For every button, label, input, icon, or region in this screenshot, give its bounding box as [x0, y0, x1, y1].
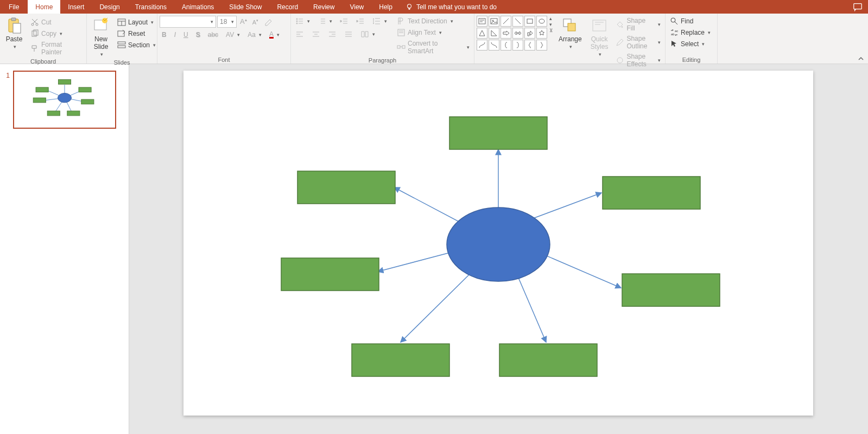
section-button[interactable]: Section▾	[115, 40, 158, 51]
underline-button[interactable]: U	[181, 30, 191, 40]
shape-rtriangle[interactable]	[489, 28, 499, 39]
layout-button[interactable]: Layout▾	[115, 17, 158, 28]
search-icon	[670, 17, 679, 26]
svg-rect-44	[33, 98, 46, 103]
shape-connector1[interactable]	[477, 40, 487, 51]
collapse-ribbon-icon[interactable]	[857, 55, 865, 62]
align-text-button[interactable]: Align Text▾	[395, 27, 472, 38]
shape-arrow-lr[interactable]	[512, 28, 523, 39]
slide-thumbnail-1[interactable]	[13, 71, 116, 129]
tab-record[interactable]: Record	[269, 0, 306, 14]
quick-styles-button[interactable]: Quick Styles ▾	[587, 16, 612, 58]
italic-button[interactable]: I	[172, 30, 178, 40]
font-name-combo[interactable]: ▾	[160, 16, 216, 28]
box-upper-right[interactable]	[603, 177, 700, 209]
line-spacing-button[interactable]: ▾	[370, 16, 389, 27]
shape-textbox[interactable]	[477, 16, 487, 27]
shape-connector2[interactable]	[489, 40, 499, 51]
shapes-gallery[interactable]	[477, 16, 547, 51]
shape-triangle[interactable]	[477, 28, 487, 39]
tab-view[interactable]: View	[342, 0, 371, 14]
thumbnail-number: 1	[3, 71, 10, 129]
decrease-font-button[interactable]: A▾	[250, 17, 261, 27]
select-button[interactable]: Select▾	[668, 39, 713, 49]
format-painter-label: Format Painter	[41, 41, 82, 56]
shape-star[interactable]	[536, 28, 547, 39]
shape-curly-l[interactable]	[524, 40, 535, 51]
justify-button[interactable]	[342, 29, 355, 40]
shape-line[interactable]	[500, 16, 511, 27]
reset-button[interactable]: Reset	[115, 28, 158, 39]
numbering-button[interactable]: ▾	[315, 16, 334, 27]
svg-rect-47	[67, 111, 80, 116]
increase-font-button[interactable]: A▴	[238, 16, 249, 27]
thumbnail-panel[interactable]: 1	[0, 64, 129, 434]
shape-curly-r[interactable]	[536, 40, 547, 51]
box-mid-right[interactable]	[622, 274, 720, 306]
text-direction-button[interactable]: Text Direction▾	[395, 16, 472, 27]
char-spacing-button[interactable]: AV▾	[224, 30, 242, 40]
shape-brace-r[interactable]	[512, 40, 523, 51]
cut-button[interactable]: Cut	[28, 17, 84, 28]
copy-button[interactable]: Copy▾	[28, 28, 84, 39]
shape-line2[interactable]	[512, 16, 523, 27]
tab-insert[interactable]: Insert	[60, 0, 92, 14]
change-case-button[interactable]: Aa▾	[245, 30, 264, 40]
tab-file[interactable]: File	[0, 0, 28, 14]
paste-label: Paste	[6, 35, 23, 43]
center-ellipse[interactable]	[447, 207, 550, 281]
decrease-indent-button[interactable]	[338, 16, 351, 27]
tab-design[interactable]: Design	[92, 0, 127, 14]
tab-review[interactable]: Review	[306, 0, 342, 14]
shape-oval[interactable]	[536, 16, 547, 27]
font-color-button[interactable]: A▾	[267, 30, 282, 40]
comments-icon[interactable]	[853, 2, 863, 12]
bullets-button[interactable]: ▾	[293, 16, 312, 27]
increase-indent-button[interactable]	[354, 16, 367, 27]
tell-me[interactable]: Tell me what you want to do	[406, 3, 497, 11]
columns-button[interactable]: ▾	[358, 29, 377, 40]
box-top[interactable]	[449, 117, 547, 149]
copy-icon	[30, 29, 39, 38]
clear-format-button[interactable]	[262, 16, 275, 27]
more-icon[interactable]: ⊻	[549, 28, 553, 33]
tab-animations[interactable]: Animations	[174, 0, 221, 14]
shape-fill-button[interactable]: Shape Fill▾	[613, 16, 663, 33]
strike-button[interactable]: abc	[206, 30, 220, 40]
shape-picture[interactable]	[489, 16, 499, 27]
arrange-button[interactable]: Arrange ▾	[555, 16, 585, 51]
box-mid-left[interactable]	[281, 258, 379, 291]
justify-icon	[344, 30, 353, 39]
shape-arrow-r[interactable]	[500, 28, 511, 39]
shape-rect[interactable]	[524, 16, 535, 27]
shape-outline-button[interactable]: Shape Outline▾	[613, 34, 663, 51]
find-button[interactable]: Find	[668, 16, 713, 27]
shape-arrow-turn[interactable]	[524, 28, 535, 39]
shape-brace-l[interactable]	[500, 40, 511, 51]
slide-canvas-area[interactable]	[129, 64, 868, 434]
new-slide-button[interactable]: New Slide ▾	[89, 16, 113, 58]
align-right-button[interactable]	[326, 29, 339, 40]
bold-button[interactable]: B	[160, 30, 169, 40]
box-lower-right[interactable]	[499, 344, 597, 376]
shadow-button[interactable]: S	[194, 30, 202, 40]
chevron-up-icon[interactable]: ▴	[549, 16, 553, 21]
box-upper-left[interactable]	[297, 171, 395, 204]
align-center-button[interactable]	[309, 29, 322, 40]
paste-button[interactable]: Paste ▾	[2, 16, 26, 51]
align-left-icon	[295, 30, 304, 39]
font-size-combo[interactable]: 18▾	[217, 16, 237, 28]
slide[interactable]	[183, 71, 813, 416]
tab-transitions[interactable]: Transitions	[128, 0, 174, 14]
tab-help[interactable]: Help	[371, 0, 400, 14]
tab-home[interactable]: Home	[28, 0, 60, 14]
layout-icon	[117, 18, 126, 27]
tab-slideshow[interactable]: Slide Show	[221, 0, 269, 14]
smartart-icon	[397, 43, 406, 52]
replace-button[interactable]: abac Replace▾	[668, 27, 713, 38]
convert-smartart-button[interactable]: Convert to SmartArt▾	[395, 39, 472, 56]
align-left-button[interactable]	[293, 29, 306, 40]
format-painter-button[interactable]: Format Painter	[28, 40, 84, 57]
chevron-down-icon[interactable]: ▾	[549, 22, 553, 27]
box-lower-left[interactable]	[352, 344, 449, 376]
